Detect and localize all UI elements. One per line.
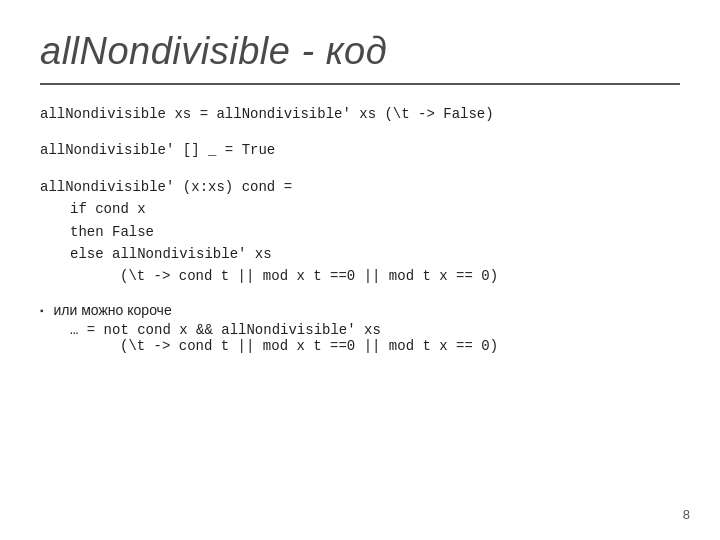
code-line-5: then False <box>40 221 680 243</box>
code-line-2: allNondivisible' [] _ = True <box>40 139 680 161</box>
bullet-label: или можно короче <box>54 302 172 318</box>
code-block-main: allNondivisible xs = allNondivisible' xs… <box>40 103 680 288</box>
title-divider <box>40 83 680 85</box>
code-section-1: allNondivisible xs = allNondivisible' xs… <box>40 103 680 125</box>
page-number: 8 <box>683 507 690 522</box>
code-section-3: allNondivisible' (x:xs) cond = if cond x… <box>40 176 680 288</box>
bullet-code-line-2: (\t -> cond t || mod x t ==0 || mod t x … <box>40 338 680 354</box>
code-line-6: else allNondivisible' xs <box>40 243 680 265</box>
code-line-4: if cond x <box>40 198 680 220</box>
code-line-1: allNondivisible xs = allNondivisible' xs… <box>40 103 680 125</box>
bullet-row: ▪ или можно короче <box>40 302 680 318</box>
bullet-section: ▪ или можно короче … = not cond x && all… <box>40 302 680 354</box>
bullet-icon: ▪ <box>40 305 44 316</box>
code-line-7: (\t -> cond t || mod x t ==0 || mod t x … <box>40 265 680 287</box>
slide: allNondivisible - код allNondivisible xs… <box>0 0 720 540</box>
slide-title: allNondivisible - код <box>40 30 680 73</box>
code-line-3: allNondivisible' (x:xs) cond = <box>40 176 680 198</box>
bullet-code-line-1: … = not cond x && allNondivisible' xs <box>40 322 680 338</box>
code-section-2: allNondivisible' [] _ = True <box>40 139 680 161</box>
